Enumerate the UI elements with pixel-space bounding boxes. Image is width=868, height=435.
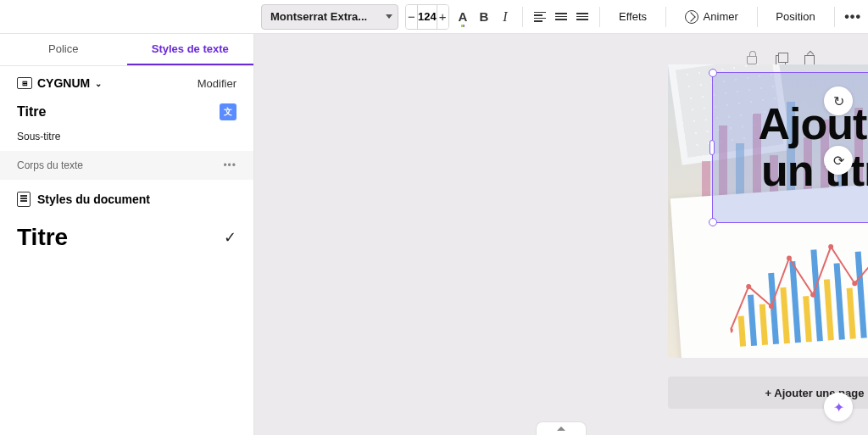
text-toolbar: Montserrat Extra... − 124 + A B I Effets…: [0, 0, 868, 34]
align-icon: [534, 12, 546, 22]
check-icon: ✓: [224, 228, 236, 247]
sync-float-button[interactable]: ⟳: [824, 146, 853, 175]
font-size-stepper: − 124 +: [405, 4, 449, 30]
brand-kit-icon: ⊞: [17, 77, 32, 89]
svg-point-0: [728, 327, 733, 332]
style-body-label: Corps du texte: [17, 159, 83, 171]
chevron-down-icon: ⌄: [95, 79, 102, 88]
title-line-1: Ajouter: [759, 101, 869, 148]
italic-button[interactable]: I: [498, 4, 512, 30]
increase-size-button[interactable]: +: [437, 4, 448, 30]
chevron-up-icon: [557, 427, 565, 431]
spacing-icon: [576, 13, 588, 20]
brand-kit-select[interactable]: ⊞ CYGNUM ⌄: [17, 76, 102, 90]
toolbar-divider: [522, 7, 523, 27]
list-icon: [555, 13, 567, 20]
modify-link[interactable]: Modifier: [198, 77, 236, 90]
decrease-size-button[interactable]: −: [406, 4, 417, 30]
toolbar-divider: [834, 7, 835, 27]
doc-style-title-row[interactable]: Titre ✓: [0, 219, 253, 256]
document-styles-label: Styles du document: [37, 192, 150, 206]
document-styles-header: Styles du document: [0, 180, 253, 219]
doc-style-title: Titre: [17, 224, 68, 251]
magic-float-button[interactable]: ✦: [824, 393, 853, 421]
side-panel: Police Styles de texte ⊞ CYGNUM ⌄ Modifi…: [0, 34, 254, 435]
list-button[interactable]: [554, 4, 569, 30]
resize-handle-tl[interactable]: [709, 69, 717, 77]
tab-text-styles[interactable]: Styles de texte: [127, 34, 254, 65]
position-button[interactable]: Position: [767, 4, 823, 30]
font-size-input[interactable]: 124: [417, 4, 437, 30]
align-button[interactable]: [533, 4, 548, 30]
canvas-area[interactable]: ✦ CYGNUM Ajouter un titre + Ajouter une …: [254, 34, 868, 435]
effects-button[interactable]: Effets: [610, 4, 655, 30]
brand-name: CYGNUM: [37, 76, 90, 90]
animate-icon: [685, 10, 698, 24]
color-bar-icon: [461, 25, 465, 27]
document-icon: [17, 192, 31, 207]
chevron-down-icon: [386, 14, 392, 19]
resize-handle-bl[interactable]: [709, 218, 717, 226]
resize-handle-left[interactable]: [709, 140, 715, 155]
font-family-select[interactable]: Montserrat Extra...: [261, 4, 398, 30]
toolbar-divider: [757, 7, 758, 27]
font-family-label: Montserrat Extra...: [270, 10, 367, 23]
more-icon[interactable]: •••: [223, 159, 236, 171]
toolbar-divider: [665, 7, 666, 27]
text-color-button[interactable]: A: [456, 4, 470, 30]
spacing-button[interactable]: [576, 4, 590, 30]
animate-label: Animer: [704, 10, 738, 23]
text-color-glyph: A: [459, 9, 468, 24]
more-button[interactable]: •••: [844, 4, 861, 30]
translate-icon[interactable]: 文: [220, 103, 236, 120]
undo-float-button[interactable]: ↻: [824, 86, 853, 115]
style-subtitle[interactable]: Sous-titre: [0, 127, 253, 151]
panel-tabs: Police Styles de texte: [0, 34, 253, 66]
brand-kit-row: ⊞ CYGNUM ⌄ Modifier: [0, 66, 253, 100]
style-body-row[interactable]: Corps du texte •••: [0, 151, 253, 180]
line-chart: [723, 215, 868, 347]
tab-font[interactable]: Police: [0, 34, 127, 65]
animate-button[interactable]: Animer: [676, 4, 747, 30]
bold-button[interactable]: B: [476, 4, 491, 30]
title-line-2: un titre: [761, 148, 868, 194]
style-title[interactable]: Titre: [17, 104, 46, 120]
lock-icon: [747, 56, 757, 64]
pages-tray-toggle[interactable]: [536, 421, 587, 435]
toolbar-divider: [599, 7, 600, 27]
